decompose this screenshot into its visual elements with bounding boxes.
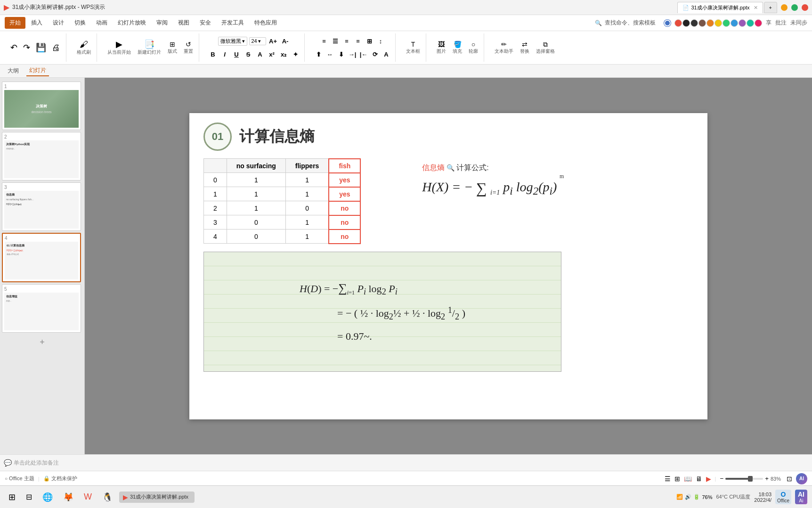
edge-btn[interactable]: 🌐 <box>39 490 57 504</box>
format-painter-btn[interactable]: 🖌 格式刷 <box>75 39 93 57</box>
align-right-btn[interactable]: ≡ <box>341 36 352 46</box>
align-center-btn[interactable]: ☰ <box>330 36 341 46</box>
play-from-start-btn[interactable]: ▶ 从当前开始 <box>106 39 133 57</box>
increase-indent-btn[interactable]: →| <box>347 49 357 59</box>
color-orange[interactable] <box>706 19 714 27</box>
zoom-slider[interactable] <box>725 478 763 480</box>
close-button[interactable] <box>802 4 808 11</box>
undo-button[interactable]: ↶ <box>8 42 19 53</box>
valign-top-btn[interactable]: ⬆ <box>313 49 324 59</box>
text-shadow-btn[interactable]: A <box>255 49 265 59</box>
redo-button[interactable]: ↷ <box>21 42 32 53</box>
font-family-dropdown[interactable]: 微软雅黑 ▾ <box>218 37 247 46</box>
print-button[interactable]: 🖨 <box>50 42 62 53</box>
text-assistant-btn[interactable]: ✏ 文本助手 <box>493 40 515 56</box>
align-justify-btn[interactable]: ≡ <box>353 36 363 46</box>
start-btn[interactable]: ⊞ <box>5 490 19 504</box>
align-left-btn[interactable]: ≡ <box>319 36 329 46</box>
approve-btn[interactable]: 批注 <box>775 19 787 27</box>
file-tab[interactable]: 📄 31成小康决策树讲解.pptx ✕ <box>677 2 763 13</box>
active-window-btn[interactable]: ▶ 31成小康决策树讲解.pptx <box>119 492 195 503</box>
color-purple[interactable] <box>739 19 746 27</box>
slide-thumb-5[interactable]: 5 信息增益 内容... <box>2 284 81 333</box>
tab-donghua[interactable]: 动画 <box>91 17 112 29</box>
fill-btn[interactable]: 🪣 填充 <box>451 40 464 56</box>
search-label[interactable]: 查找命令、搜索模板 <box>605 19 656 27</box>
slide-thumb-1[interactable]: 1 决策树 decision trees <box>2 82 81 130</box>
text-direction-btn[interactable]: ⟳ <box>370 49 380 59</box>
view-presentation-btn[interactable]: 🖥 <box>696 475 702 483</box>
color-blue[interactable] <box>731 19 738 27</box>
slide-thumb-2[interactable]: 2 决策树Python实现 代码内容... <box>2 132 81 180</box>
taskview-btn[interactable]: ⊟ <box>22 491 36 503</box>
outline-btn[interactable]: ○ 轮廓 <box>467 40 480 56</box>
color-darkgray[interactable] <box>690 19 698 27</box>
tab-kaifagongju[interactable]: 开发工具 <box>217 17 249 29</box>
decrease-indent-btn[interactable]: |← <box>358 49 369 59</box>
zoom-out-btn[interactable]: − <box>720 475 723 482</box>
maximize-button[interactable] <box>791 4 798 11</box>
ai-assistant-icon[interactable]: AI <box>796 473 807 484</box>
tab-shengyue[interactable]: 审阅 <box>152 17 172 29</box>
replace-btn[interactable]: ⇄ 替换 <box>518 40 531 56</box>
tab-slides[interactable]: 幻灯片 <box>26 66 49 76</box>
column-btn[interactable]: ⊞ <box>364 36 374 46</box>
layout-btn[interactable]: ⊞ 版式 <box>166 40 179 56</box>
save-button[interactable]: 💾 <box>34 42 48 53</box>
view-reading-btn[interactable]: 📖 <box>684 475 692 483</box>
qq-btn[interactable]: 🐧 <box>98 490 116 504</box>
color-teal[interactable] <box>747 19 754 27</box>
sync-btn[interactable]: 未同步 <box>790 19 807 27</box>
browser-btn[interactable]: 🦊 <box>59 490 77 504</box>
line-spacing-btn[interactable]: ↕ <box>375 36 386 46</box>
color-selector[interactable] <box>664 20 671 26</box>
tab-shitu[interactable]: 视图 <box>173 17 194 29</box>
view-normal-btn[interactable]: ☰ <box>665 475 671 483</box>
wps-btn[interactable]: W <box>80 490 96 504</box>
superscript-btn[interactable]: x² <box>267 49 277 59</box>
play-btn[interactable]: ▶ <box>706 475 711 483</box>
tab-charu[interactable]: 插入 <box>26 17 47 29</box>
color-red[interactable] <box>674 19 682 27</box>
tab-sheji[interactable]: 设计 <box>48 17 69 29</box>
color-pink[interactable] <box>755 19 762 27</box>
office-taskbar-item[interactable]: O Office <box>775 490 791 504</box>
ai-taskbar-item[interactable]: AI Ai <box>795 490 807 504</box>
font-shrink-btn[interactable]: A- <box>280 36 291 46</box>
tab-teseyingyong[interactable]: 特色应用 <box>250 17 282 29</box>
color-yellow[interactable] <box>715 19 722 27</box>
word-art-btn[interactable]: A <box>381 49 391 59</box>
tab-kaishi[interactable]: 开始 <box>5 17 25 29</box>
fit-window-btn[interactable]: ⊡ <box>787 475 792 483</box>
tab-playback[interactable]: 幻灯片放映 <box>113 17 151 29</box>
network-icon[interactable]: 📶 <box>676 494 683 500</box>
close-tab-icon[interactable]: ✕ <box>754 5 758 11</box>
zoom-in-btn[interactable]: + <box>765 475 769 482</box>
slide-thumb-3[interactable]: 3 信息熵 no surfacing flippers fish... H(D)… <box>2 182 81 231</box>
clear-format-btn[interactable]: ✦ <box>290 49 300 59</box>
select-window-btn[interactable]: ⧉ 选择窗格 <box>534 40 557 56</box>
font-grow-btn[interactable]: A+ <box>268 36 278 46</box>
valign-mid-btn[interactable]: ↔ <box>325 49 335 59</box>
tab-outline[interactable]: 大纲 <box>5 66 22 76</box>
bold-btn[interactable]: B <box>208 49 218 59</box>
textbox-btn[interactable]: T 文本框 <box>404 40 422 56</box>
picture-btn[interactable]: 🖼 图片 <box>435 40 448 56</box>
subscript-btn[interactable]: x₂ <box>278 49 289 59</box>
italic-btn[interactable]: I <box>219 49 230 59</box>
share-btn[interactable]: 享 <box>766 19 771 27</box>
add-slide-btn[interactable]: + <box>2 337 82 347</box>
font-size-dropdown[interactable]: 24 ▾ <box>249 37 266 45</box>
new-slide-btn[interactable]: 📑 新建幻灯片 <box>136 39 163 57</box>
reset-btn[interactable]: ↺ 重置 <box>182 40 195 56</box>
comment-placeholder[interactable]: 单击此处添加备注 <box>14 459 59 467</box>
underline-btn[interactable]: U <box>231 49 242 59</box>
color-black[interactable] <box>682 19 690 27</box>
slide-thumb-4[interactable]: 4 01 计算信息熵 H(X)=-∑pᵢlog₂pᵢ 表格+手写公式 <box>2 233 81 282</box>
color-green[interactable] <box>723 19 730 27</box>
tab-qiehuan[interactable]: 切换 <box>70 17 90 29</box>
valign-bot-btn[interactable]: ⬇ <box>336 49 346 59</box>
battery-icon[interactable]: 🔋 <box>693 494 700 500</box>
minimize-button[interactable] <box>781 4 788 11</box>
tab-anquan[interactable]: 安全 <box>195 17 216 29</box>
